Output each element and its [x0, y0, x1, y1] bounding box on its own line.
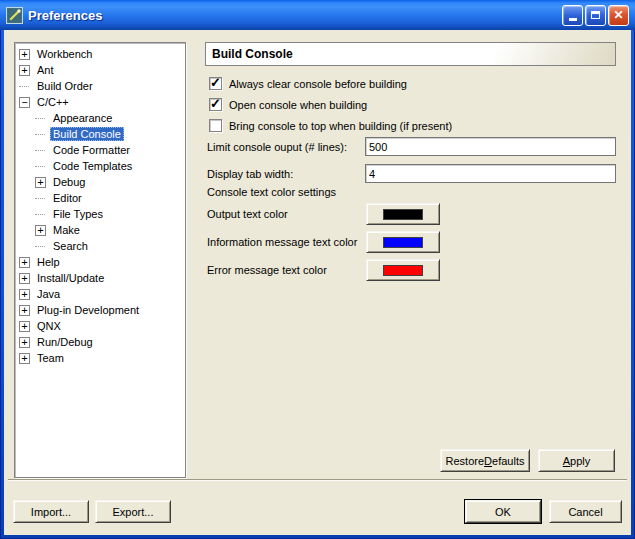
tree-item-label: Help: [34, 255, 63, 269]
field-row-display-tab-width: Display tab width:: [207, 160, 616, 187]
preferences-tree[interactable]: +Workbench+AntBuild Order−C/C++Appearanc…: [14, 42, 186, 478]
ok-button[interactable]: OK: [465, 500, 541, 523]
checkbox-group: ✓Always clear console before building✓Op…: [209, 73, 452, 136]
tree-connector: [19, 86, 29, 87]
page-title: Build Console: [212, 47, 293, 61]
tree-item-appearance[interactable]: Appearance: [15, 110, 185, 126]
plus-expander-icon[interactable]: +: [19, 49, 30, 60]
checkbox-row-always-clear-console-before-building: ✓Always clear console before building: [209, 73, 452, 94]
tree-item-label: Build Order: [34, 79, 96, 93]
plus-expander-icon[interactable]: +: [19, 65, 30, 76]
export-button[interactable]: Export...: [95, 500, 171, 523]
field-group: Limit console ouput (# lines):Display ta…: [207, 133, 616, 187]
color-row-information-message-text-color: Information message text color: [207, 228, 487, 256]
tree-item-install-update[interactable]: +Install/Update: [15, 270, 185, 286]
tree-item-label: Code Formatter: [50, 143, 133, 157]
tree-item-editor[interactable]: Editor: [15, 190, 185, 206]
tree-item-label: Debug: [50, 175, 88, 189]
tree-item-debug[interactable]: +Debug: [15, 174, 185, 190]
window-title: Preferences: [28, 8, 102, 23]
tree-item-team[interactable]: +Team: [15, 350, 185, 366]
plus-expander-icon[interactable]: +: [19, 353, 30, 364]
color-button-error-message-text-color[interactable]: [366, 259, 440, 281]
checkmark-icon: ✓: [210, 75, 221, 90]
checkbox-bring-console-to-top-when-building-if-present[interactable]: ✓: [209, 119, 222, 132]
color-button-information-message-text-color[interactable]: [366, 231, 440, 253]
tree-item-c-c[interactable]: −C/C++: [15, 94, 185, 110]
tree-connector: [35, 198, 45, 199]
tree-item-label: Install/Update: [34, 271, 107, 285]
color-label: Output text color: [207, 208, 366, 220]
tree-item-label: C/C++: [34, 95, 72, 109]
tree-item-plug-in-development[interactable]: +Plug-in Development: [15, 302, 185, 318]
close-button[interactable]: ✕: [608, 5, 629, 26]
page-header: Build Console: [205, 42, 616, 66]
tree-item-label: Code Templates: [50, 159, 135, 173]
footer-separator: [8, 479, 627, 481]
tree-item-code-formatter[interactable]: Code Formatter: [15, 142, 185, 158]
color-label: Error message text color: [207, 264, 366, 276]
tree-item-label: Plug-in Development: [34, 303, 142, 317]
dialog-body: +Workbench+AntBuild Order−C/C++Appearanc…: [4, 30, 631, 535]
minus-expander-icon[interactable]: −: [19, 97, 30, 108]
field-label: Limit console ouput (# lines):: [207, 141, 365, 153]
tree-item-label: Build Console: [50, 127, 124, 141]
color-swatch: [383, 237, 423, 248]
tree-item-label: Editor: [50, 191, 85, 205]
checkbox-label: Open console when building: [229, 99, 367, 111]
plus-expander-icon[interactable]: +: [19, 273, 30, 284]
tree-item-search[interactable]: Search: [15, 238, 185, 254]
tree-item-label: Workbench: [34, 47, 95, 61]
minimize-icon: [569, 18, 577, 21]
tree-connector: [35, 118, 45, 119]
field-row-limit-console-ouput-lines: Limit console ouput (# lines):: [207, 133, 616, 160]
tree-item-file-types[interactable]: File Types: [15, 206, 185, 222]
plus-expander-icon[interactable]: +: [35, 225, 46, 236]
tree-item-label: Java: [34, 287, 63, 301]
field-input-display-tab-width[interactable]: [365, 164, 616, 183]
tree-item-java[interactable]: +Java: [15, 286, 185, 302]
tree-connector: [35, 150, 45, 151]
plus-expander-icon[interactable]: +: [19, 321, 30, 332]
color-button-output-text-color[interactable]: [366, 203, 440, 225]
plus-expander-icon[interactable]: +: [19, 289, 30, 300]
plus-expander-icon[interactable]: +: [19, 257, 30, 268]
import-button[interactable]: Import...: [13, 500, 89, 523]
minimize-button[interactable]: [562, 5, 583, 26]
plus-expander-icon[interactable]: +: [19, 305, 30, 316]
field-input-limit-console-ouput-lines[interactable]: [365, 137, 616, 156]
tree-connector: [35, 134, 45, 135]
checkmark-icon: ✓: [210, 96, 221, 111]
tree-connector: [35, 246, 45, 247]
checkbox-label: Bring console to top when building (if p…: [229, 120, 452, 132]
tree-item-workbench[interactable]: +Workbench: [15, 46, 185, 62]
plus-expander-icon[interactable]: +: [19, 337, 30, 348]
checkbox-label: Always clear console before building: [229, 78, 407, 90]
tree-item-run-debug[interactable]: +Run/Debug: [15, 334, 185, 350]
tree-item-code-templates[interactable]: Code Templates: [15, 158, 185, 174]
tree-connector: [35, 214, 45, 215]
tree-item-label: Run/Debug: [34, 335, 96, 349]
color-settings-group: Output text colorInformation message tex…: [207, 200, 487, 284]
plus-expander-icon[interactable]: +: [35, 177, 46, 188]
maximize-button[interactable]: [585, 5, 606, 26]
color-swatch: [383, 209, 423, 220]
tree-item-label: File Types: [50, 207, 106, 221]
tree-item-build-order[interactable]: Build Order: [15, 78, 185, 94]
tree-item-ant[interactable]: +Ant: [15, 62, 185, 78]
tree-item-label: Appearance: [50, 111, 115, 125]
checkbox-row-open-console-when-building: ✓Open console when building: [209, 94, 452, 115]
checkbox-always-clear-console-before-building[interactable]: ✓: [209, 77, 222, 90]
tree-item-help[interactable]: +Help: [15, 254, 185, 270]
tree-item-build-console[interactable]: Build Console: [15, 126, 185, 142]
close-icon: ✕: [613, 9, 623, 21]
restore-defaults-button[interactable]: Restore Defaults: [440, 449, 530, 472]
apply-button[interactable]: Apply: [538, 449, 615, 472]
title-bar[interactable]: Preferences ✕: [0, 0, 635, 30]
color-row-output-text-color: Output text color: [207, 200, 487, 228]
tree-item-qnx[interactable]: +QNX: [15, 318, 185, 334]
tree-item-make[interactable]: +Make: [15, 222, 185, 238]
color-swatch: [383, 265, 423, 276]
checkbox-open-console-when-building[interactable]: ✓: [209, 98, 222, 111]
cancel-button[interactable]: Cancel: [549, 500, 622, 523]
